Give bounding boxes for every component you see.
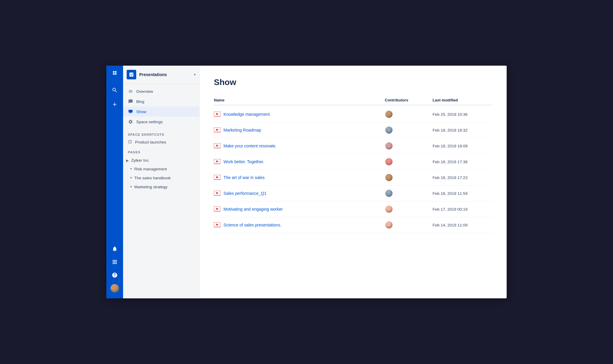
space-icon [127, 70, 136, 79]
presentation-icon [214, 222, 220, 228]
cell-name: Marketing Roadmap [214, 127, 385, 133]
sidebar: Presentations ▾ Overview Blog Show [123, 66, 200, 298]
global-nav [106, 66, 123, 298]
cell-contributors [385, 173, 433, 182]
sidebar-page-marketing-strategy[interactable]: • Marketing strategy [123, 182, 199, 191]
space-name: Presentations [139, 72, 191, 77]
presentation-icon [214, 143, 220, 149]
cell-contributors [385, 205, 433, 213]
item-link[interactable]: Knowledge management [223, 112, 270, 117]
create-icon[interactable] [111, 100, 119, 109]
table-header: Name Contributors Last modified [214, 95, 492, 105]
sidebar-item-blog[interactable]: Blog [123, 96, 199, 107]
contributor-avatar [385, 189, 393, 198]
item-link[interactable]: Marketing Roadmap [223, 128, 261, 132]
cell-date: Feb 18, 2019 17:38 [433, 160, 492, 164]
svg-marker-6 [216, 144, 219, 147]
sidebar-item-space-settings[interactable]: Space settings [123, 117, 199, 127]
notifications-icon[interactable] [111, 245, 119, 253]
sidebar-item-show[interactable]: Show [123, 107, 199, 117]
apps-icon[interactable] [111, 258, 119, 266]
sidebar-item-label-show: Show [136, 109, 146, 114]
cell-date: Feb 18, 2019 18:32 [433, 128, 492, 132]
col-header-name: Name [214, 98, 385, 102]
contributor-avatar [385, 126, 393, 134]
table-row: Marketing RoadmapFeb 18, 2019 18:32 [214, 122, 492, 138]
bullet-icon: • [130, 166, 132, 172]
cell-contributors [385, 110, 433, 118]
item-link[interactable]: Make your content resonate. [223, 144, 276, 148]
table-row: The art of war in salesFeb 18, 2019 17:2… [214, 170, 492, 186]
sidebar-page-sales-handbook[interactable]: • The sales handbook [123, 173, 199, 182]
overview-icon [128, 89, 133, 94]
sidebar-nav: Overview Blog Show Space settings [123, 84, 199, 129]
contributor-avatar [385, 142, 393, 150]
presentation-icon [214, 158, 220, 165]
contributor-avatar [385, 110, 393, 118]
contributor-avatar [385, 221, 393, 229]
sidebar-pages: ▶ Zylker Inc. • Risk management • The sa… [123, 155, 199, 192]
svg-marker-14 [216, 208, 219, 210]
svg-marker-8 [216, 160, 219, 163]
svg-marker-10 [216, 176, 219, 178]
contributor-avatar [385, 205, 393, 213]
cell-name: Make your content resonate. [214, 143, 385, 149]
table-row: Knowledge managementFeb 25, 2019 10:36 [214, 107, 492, 122]
page-label-marketing-strategy: Marketing strategy [134, 185, 168, 189]
cell-date: Feb 14, 2019 11:09 [433, 223, 492, 227]
page-title: Show [214, 78, 492, 87]
table-row: Make your content resonate.Feb 18, 2019 … [214, 138, 492, 154]
col-header-contributors: Contributors [385, 98, 433, 102]
table-row: Science of sales presentations.Feb 14, 2… [214, 217, 492, 233]
item-link[interactable]: Sales performance_Q1 [223, 191, 266, 196]
sidebar-shortcut-product-launches[interactable]: Product launches [123, 138, 199, 147]
svg-rect-0 [128, 110, 132, 112]
table-row: Motivating and engaging workerFeb 17, 20… [214, 201, 492, 217]
show-icon [128, 109, 133, 114]
cell-contributors [385, 221, 433, 229]
logo-icon[interactable] [111, 69, 119, 78]
shortcuts-section-title: SPACE SHORTCUTS [123, 129, 199, 138]
contributor-avatar [385, 173, 393, 182]
col-header-modified: Last modified [433, 98, 492, 102]
help-icon[interactable] [111, 271, 119, 279]
sidebar-item-label-blog: Blog [136, 99, 144, 104]
item-link[interactable]: Work better. Together. [223, 159, 264, 164]
sidebar-page-risk-management[interactable]: • Risk management [123, 164, 199, 173]
presentation-icon [214, 127, 220, 133]
cell-name: Science of sales presentations. [214, 222, 385, 228]
page-label-zylker-inc: Zylker Inc. [131, 158, 150, 163]
svg-marker-2 [216, 113, 219, 115]
chevron-down-icon[interactable]: ▾ [194, 73, 196, 77]
sidebar-page-zylker-inc[interactable]: ▶ Zylker Inc. [123, 156, 199, 164]
blog-icon [128, 99, 133, 104]
cell-name: Knowledge management [214, 111, 385, 118]
shortcut-label-product-launches: Product launches [135, 140, 166, 144]
item-link[interactable]: Motivating and engaging worker [223, 207, 283, 212]
svg-marker-12 [216, 192, 219, 194]
presentation-icon [214, 190, 220, 197]
cell-name: Work better. Together. [214, 158, 385, 165]
page-label-sales-handbook: The sales handbook [134, 176, 171, 180]
main-content: Show Name Contributors Last modified Kno… [200, 66, 507, 298]
bullet-icon: • [130, 184, 132, 189]
item-link[interactable]: The art of war in sales [223, 175, 265, 180]
presentation-icon [214, 111, 220, 118]
sidebar-item-overview[interactable]: Overview [123, 86, 199, 96]
user-avatar-nav[interactable] [111, 284, 119, 292]
cell-contributors [385, 126, 433, 134]
table-body: Knowledge managementFeb 25, 2019 10:36 M… [214, 107, 492, 233]
item-link[interactable]: Science of sales presentations. [223, 223, 281, 227]
table-row: Sales performance_Q1Feb 18, 2019 11:59 [214, 186, 492, 201]
cell-date: Feb 18, 2019 17:23 [433, 175, 492, 180]
cell-date: Feb 18, 2019 11:59 [433, 191, 492, 196]
settings-icon [128, 119, 133, 124]
expand-arrow-icon: ▶ [126, 158, 129, 163]
svg-marker-4 [216, 129, 219, 131]
page-label-risk-management: Risk management [134, 167, 167, 171]
search-icon[interactable] [111, 86, 119, 94]
sidebar-item-label-overview: Overview [136, 89, 153, 94]
cell-name: Sales performance_Q1 [214, 190, 385, 197]
presentation-icon [214, 174, 220, 181]
pages-section-title: PAGES [123, 147, 199, 155]
